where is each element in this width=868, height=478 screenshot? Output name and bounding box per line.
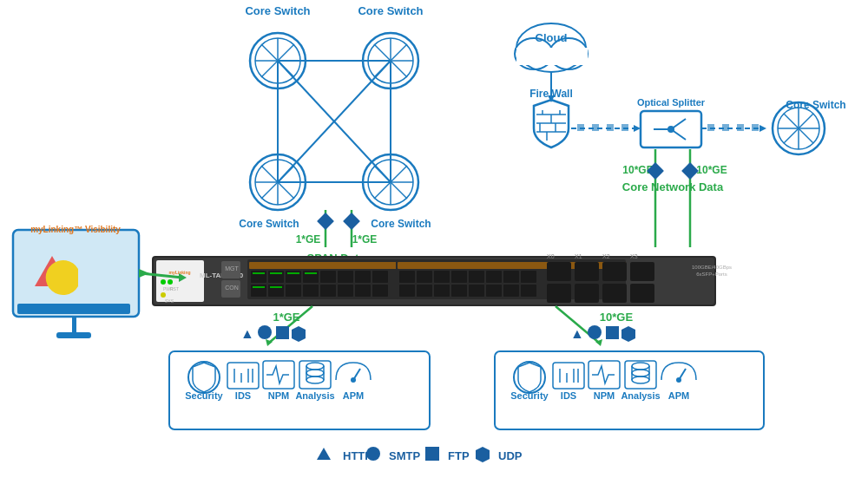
- core-switch-label-1: Core Switch: [245, 4, 310, 17]
- svg-rect-120: [469, 271, 484, 283]
- svg-rect-129: [486, 285, 502, 297]
- out-ge-label-1: 1*GE: [273, 311, 299, 324]
- cloud-label: Cloud: [536, 31, 568, 44]
- svg-text:CON: CON: [225, 285, 239, 291]
- svg-rect-103: [303, 285, 319, 297]
- svg-marker-195: [317, 448, 331, 460]
- svg-rect-201: [17, 304, 130, 314]
- core-switch-label-4: Core Switch: [371, 218, 431, 230]
- svg-rect-125: [417, 285, 432, 297]
- svg-point-194: [676, 377, 681, 383]
- svg-rect-118: [434, 271, 450, 283]
- svg-point-84: [161, 292, 166, 298]
- svg-rect-156: [606, 326, 619, 339]
- svg-rect-126: [434, 285, 450, 297]
- svg-marker-198: [476, 447, 490, 462]
- svg-text:X1: X1: [575, 253, 582, 259]
- svg-rect-136: [547, 284, 571, 303]
- svg-rect-62: [707, 124, 714, 131]
- svg-rect-122: [503, 271, 519, 283]
- svg-rect-32: [317, 213, 334, 230]
- span-ge-label-2: 1*GE: [352, 233, 378, 246]
- svg-rect-63: [722, 124, 729, 131]
- svg-rect-37: [516, 48, 588, 65]
- svg-point-155: [588, 325, 602, 339]
- svg-rect-108: [253, 272, 265, 274]
- svg-rect-133: [575, 262, 599, 281]
- svg-rect-33: [343, 213, 360, 230]
- svg-text:MGT: MGT: [225, 265, 239, 272]
- svg-point-171: [306, 370, 324, 377]
- smtp-label: SMTP: [389, 449, 420, 462]
- svg-rect-134: [602, 262, 627, 281]
- svg-rect-107: [372, 285, 388, 297]
- svg-rect-112: [253, 286, 265, 288]
- svg-point-186: [632, 363, 649, 370]
- svg-rect-150: [276, 326, 289, 339]
- svg-rect-137: [575, 284, 599, 303]
- out-ge-label-2: 10*GE: [600, 311, 634, 324]
- svg-rect-197: [425, 447, 439, 461]
- svg-point-189: [632, 370, 649, 377]
- svg-text:X0: X0: [547, 253, 555, 259]
- apm-label-2: APM: [668, 390, 689, 401]
- core-switch-label-5: Core Switch: [786, 99, 845, 111]
- svg-rect-98: [355, 271, 371, 283]
- core-switch-label-3: Core Switch: [239, 218, 299, 230]
- svg-rect-166: [299, 361, 331, 389]
- svg-marker-157: [621, 326, 635, 342]
- svg-rect-53: [607, 124, 614, 131]
- apm-label-1: APM: [343, 390, 364, 401]
- core-ge-label-2: 10*GE: [696, 164, 727, 176]
- svg-rect-135: [630, 262, 654, 281]
- svg-point-59: [667, 126, 674, 133]
- svg-text:6xSFP+Ports: 6xSFP+Ports: [696, 272, 727, 277]
- firewall-label-1: Fire Wall: [529, 88, 573, 100]
- svg-marker-61: [760, 125, 766, 132]
- svg-point-149: [258, 325, 272, 339]
- svg-text:SYS: SYS: [165, 298, 174, 304]
- svg-point-81: [168, 279, 173, 285]
- security-label-1: Security: [185, 390, 223, 401]
- svg-rect-102: [286, 285, 301, 297]
- ftp-label: FTP: [448, 449, 470, 462]
- svg-rect-130: [503, 285, 519, 297]
- svg-rect-64: [737, 124, 744, 131]
- svg-rect-124: [399, 285, 415, 297]
- svg-rect-99: [372, 271, 388, 283]
- svg-rect-123: [521, 271, 536, 283]
- svg-rect-111: [305, 272, 317, 274]
- svg-text:X3: X3: [630, 253, 638, 259]
- svg-point-192: [632, 377, 649, 383]
- svg-rect-51: [577, 124, 584, 131]
- svg-rect-128: [469, 285, 484, 297]
- svg-marker-151: [292, 326, 306, 342]
- svg-rect-97: [338, 271, 353, 283]
- svg-text:▲: ▲: [570, 326, 584, 341]
- svg-point-174: [306, 377, 324, 383]
- svg-rect-109: [270, 272, 282, 274]
- svg-text:▲: ▲: [240, 326, 254, 341]
- svg-rect-52: [592, 124, 599, 131]
- svg-rect-106: [355, 285, 371, 297]
- svg-rect-203: [56, 332, 91, 338]
- analysis-label-1: Analysis: [295, 390, 334, 401]
- svg-rect-96: [320, 271, 336, 283]
- svg-rect-113: [270, 286, 282, 288]
- svg-rect-119: [451, 271, 467, 283]
- svg-rect-54: [621, 124, 628, 131]
- svg-rect-116: [399, 271, 415, 283]
- svg-point-80: [161, 279, 166, 285]
- npm-label-2: NPM: [594, 390, 615, 401]
- svg-rect-132: [547, 262, 571, 281]
- svg-rect-105: [338, 285, 353, 297]
- svg-rect-127: [451, 285, 467, 297]
- svg-text:X2: X2: [602, 253, 610, 259]
- optical-splitter-label: Optical Splitter: [637, 97, 706, 108]
- svg-rect-202: [72, 317, 76, 332]
- svg-rect-65: [752, 124, 759, 131]
- svg-rect-131: [521, 285, 536, 297]
- svg-rect-160: [227, 363, 259, 389]
- analysis-label-2: Analysis: [621, 390, 660, 401]
- svg-rect-179: [553, 363, 584, 389]
